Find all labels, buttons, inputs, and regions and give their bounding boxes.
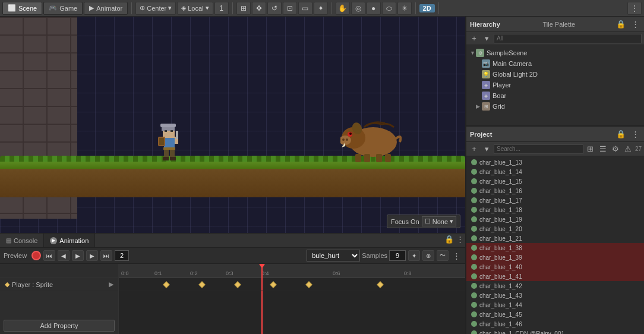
dot-tool-btn[interactable]: ● bbox=[367, 2, 381, 15]
sprite-icon bbox=[471, 283, 477, 289]
ruler-mark-8: 0:8 bbox=[404, 270, 412, 276]
list-item[interactable]: char_blue_1_19 bbox=[466, 215, 644, 224]
add-event-btn[interactable]: ⊕ bbox=[422, 250, 434, 261]
list-item[interactable]: char_blue_1_15 bbox=[466, 177, 644, 186]
tree-item-light[interactable]: 💡 Global Light 2D bbox=[466, 69, 644, 80]
tab-scene[interactable]: ⬜ Scene bbox=[2, 2, 42, 15]
tree-item-player[interactable]: ◈ Player bbox=[466, 80, 644, 90]
record-button[interactable] bbox=[31, 251, 41, 260]
project-icon-btn-2[interactable]: ☰ bbox=[598, 144, 608, 155]
ruler-mark-3: 0:3 bbox=[226, 270, 233, 276]
list-item[interactable]: char_blue_1_14 bbox=[466, 167, 644, 177]
add-keyframe-btn[interactable]: ✦ bbox=[408, 250, 420, 261]
scene-view[interactable]: Focus On ☐ None ▾ bbox=[0, 17, 465, 233]
track-item-player-sprite[interactable]: ◆ Player : Sprite ▶ bbox=[0, 278, 118, 291]
rotate-tool-btn[interactable]: ↺ bbox=[267, 2, 282, 15]
hierarchy-header: Hierarchy Tile Palette 🔒 ⋮ bbox=[466, 17, 644, 32]
more-options-btn[interactable]: ⋮ bbox=[627, 2, 642, 15]
list-item-highlighted[interactable]: char_blue_1_38 bbox=[466, 243, 644, 253]
samples-group: bule_hurt Samples bbox=[307, 250, 406, 261]
add-property-button[interactable]: Add Property bbox=[4, 320, 115, 332]
project-icon-btn-3[interactable]: ⚙ bbox=[610, 144, 621, 155]
circle-tool-btn[interactable]: ◎ bbox=[351, 2, 365, 15]
grid-tool-btn[interactable]: ⊞ bbox=[236, 2, 251, 15]
prev-frame-btn[interactable]: ◀ bbox=[58, 250, 70, 261]
tree-item-grid[interactable]: ▶ ⊞ Grid bbox=[466, 101, 644, 112]
anim-panel-lock[interactable]: 🔒 bbox=[444, 234, 454, 244]
tree-item-camera[interactable]: 📷 Main Camera bbox=[466, 58, 644, 69]
anim-settings-btn[interactable]: ⋮ bbox=[451, 250, 462, 261]
tab-animator[interactable]: ▶ Animator bbox=[84, 2, 128, 15]
next-frame-btn[interactable]: ▶ bbox=[86, 250, 98, 261]
project-lock-btn[interactable]: 🔒 bbox=[615, 129, 626, 140]
list-item[interactable]: char_blue_1_20 bbox=[466, 224, 644, 234]
samples-input[interactable] bbox=[389, 250, 406, 261]
list-item[interactable]: char_blue_1_21 bbox=[466, 234, 644, 243]
tree-item-scene[interactable]: ▼ ⚙ SampleScene bbox=[466, 48, 644, 58]
hand-tool-btn[interactable]: ✋ bbox=[336, 2, 350, 15]
boar-icon-tree: ◈ bbox=[482, 92, 490, 100]
list-item[interactable]: char_blue_1_43 bbox=[466, 291, 644, 300]
oval-tool-btn[interactable]: ⬭ bbox=[382, 2, 396, 15]
local-dropdown[interactable]: ◈ Local ▾ bbox=[177, 2, 213, 15]
project-search[interactable] bbox=[494, 144, 583, 154]
keyframe-3[interactable] bbox=[234, 281, 241, 288]
2d-badge[interactable]: 2D bbox=[419, 4, 435, 12]
list-item-cdn[interactable]: char_blue_1_CDN @Rainy_001 bbox=[466, 329, 644, 334]
focus-dropdown[interactable]: ☐ None ▾ bbox=[422, 216, 456, 226]
project-icon-btn-4[interactable]: ⚠ bbox=[623, 144, 633, 155]
move-tool-btn[interactable]: ✥ bbox=[252, 2, 266, 15]
list-item[interactable]: char_blue_1_45 bbox=[466, 310, 644, 319]
go-end-btn[interactable]: ⏭ bbox=[100, 250, 112, 261]
keyframe-4[interactable] bbox=[270, 281, 276, 288]
center-dropdown[interactable]: ⊕ Center ▾ bbox=[135, 2, 176, 15]
go-start-btn[interactable]: ⏮ bbox=[43, 250, 55, 261]
animation-icon: ▶ bbox=[50, 237, 57, 244]
list-item[interactable]: char_blue_1_46 bbox=[466, 319, 644, 329]
chevron-down-icon: ▾ bbox=[168, 4, 172, 12]
rect-tool-btn[interactable]: ▭ bbox=[298, 2, 312, 15]
project-icon-btn-1[interactable]: ⊞ bbox=[585, 144, 596, 155]
frame-number-input[interactable] bbox=[115, 250, 129, 261]
project-more-btn[interactable]: ⋮ bbox=[630, 129, 640, 140]
list-item[interactable]: char_blue_1_13 bbox=[466, 157, 644, 167]
tab-animation[interactable]: ▶ Animation bbox=[44, 234, 95, 247]
add-project-btn[interactable]: + bbox=[469, 144, 479, 155]
list-item[interactable]: char_blue_1_44 bbox=[466, 300, 644, 310]
tree-item-boar[interactable]: ◈ Boar bbox=[466, 90, 644, 101]
top-toolbar: ⬜ Scene 🎮 Game ▶ Animator ⊕ Center ▾ ◈ L… bbox=[0, 0, 644, 17]
hierarchy-lock-btn[interactable]: 🔒 bbox=[615, 19, 626, 30]
tab-game[interactable]: 🎮 Game bbox=[43, 2, 83, 15]
hierarchy-search[interactable] bbox=[494, 34, 642, 43]
tab-console[interactable]: ▤ Console bbox=[0, 234, 44, 247]
scale-tool-btn[interactable]: ⊡ bbox=[283, 2, 297, 15]
list-item[interactable]: char_blue_1_42 bbox=[466, 281, 644, 291]
hierarchy-more-btn[interactable]: ⋮ bbox=[630, 19, 640, 30]
timeline-ruler: 0:0 0:1 0:2 0:3 0:4 0:6 0:8 1:0 bbox=[119, 264, 465, 278]
list-item[interactable]: char_blue_1_17 bbox=[466, 196, 644, 205]
keyframe-2[interactable] bbox=[198, 281, 205, 288]
keyframe-1[interactable] bbox=[163, 281, 169, 288]
left-panel: Focus On ☐ None ▾ ▤ Console ▶ Animation bbox=[0, 17, 466, 334]
list-item-highlighted[interactable]: char_blue_1_40 bbox=[466, 262, 644, 272]
list-item-highlighted[interactable]: char_blue_1_39 bbox=[466, 253, 644, 262]
keyframe-5[interactable] bbox=[305, 281, 312, 288]
add-dropdown-btn[interactable]: ▾ bbox=[481, 33, 492, 44]
track-row-1 bbox=[119, 278, 465, 291]
keyframe-6[interactable] bbox=[377, 281, 383, 288]
transform-tool-btn[interactable]: ✦ bbox=[314, 2, 328, 15]
sun-tool-btn[interactable]: ✳ bbox=[397, 2, 412, 15]
add-project-dropdown[interactable]: ▾ bbox=[481, 144, 492, 155]
timeline-track-header bbox=[0, 264, 118, 278]
curves-btn[interactable]: 〜 bbox=[437, 250, 449, 261]
timeline-playhead[interactable] bbox=[261, 264, 263, 334]
play-btn[interactable]: ▶ bbox=[72, 250, 84, 261]
checkbox-icon: ☐ bbox=[425, 218, 431, 225]
anim-panel-more[interactable]: ⋮ bbox=[454, 234, 465, 244]
clip-name-select[interactable]: bule_hurt bbox=[307, 250, 360, 261]
list-item-highlighted[interactable]: char_blue_1_41 bbox=[466, 272, 644, 281]
list-item[interactable]: char_blue_1_18 bbox=[466, 205, 644, 215]
list-item[interactable]: char_blue_1_16 bbox=[466, 186, 644, 196]
preview-label: Preview bbox=[4, 252, 27, 259]
add-hierarchy-btn[interactable]: + bbox=[469, 33, 479, 44]
